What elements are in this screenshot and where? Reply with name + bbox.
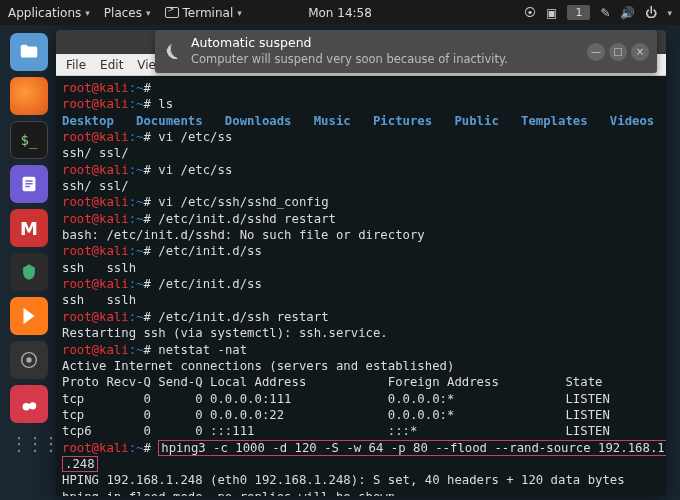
clock[interactable]: Mon 14:58 — [308, 6, 372, 20]
dock-app-metasploit[interactable]: M — [10, 209, 48, 247]
dock-app-text-editor[interactable] — [10, 165, 48, 203]
suspend-icon: ⏾ — [155, 43, 191, 61]
dock-app-burpsuite[interactable] — [10, 297, 48, 335]
volume-icon[interactable]: 🔊 — [620, 6, 635, 20]
workspace-indicator[interactable]: 1 — [567, 5, 590, 20]
menu-file[interactable]: File — [66, 58, 86, 72]
notification-title: Automatic suspend — [191, 35, 587, 52]
svg-rect-1 — [25, 180, 32, 181]
notification-maximize-button[interactable]: □ — [609, 43, 627, 61]
applications-menu[interactable]: Applications▾ — [8, 6, 90, 20]
dock-app-maltego[interactable] — [10, 341, 48, 379]
notification: ⏾ Automatic suspend Computer will suspen… — [155, 30, 657, 73]
svg-rect-2 — [25, 183, 32, 184]
terminal-menu[interactable]: Terminal▾ — [165, 6, 242, 20]
svg-rect-3 — [25, 186, 30, 187]
notification-close-button[interactable]: × — [631, 43, 649, 61]
notification-minimize-button[interactable]: — — [587, 43, 605, 61]
terminal-window: File Edit View root@kali:~# root@kali:~#… — [56, 30, 666, 496]
top-panel: Applications▾ Places▾ Terminal▾ Mon 14:5… — [0, 0, 680, 25]
svg-point-6 — [23, 403, 30, 410]
dock-app-files[interactable] — [10, 33, 48, 71]
dock-app-armitage[interactable] — [10, 253, 48, 291]
record-icon[interactable]: ⦿ — [524, 6, 536, 20]
camera-icon[interactable]: ▣ — [546, 6, 557, 20]
notification-body: Computer will suspend very soon because … — [191, 52, 587, 68]
svg-point-5 — [26, 357, 32, 363]
edit-icon[interactable]: ✎ — [600, 6, 610, 20]
terminal-icon — [165, 7, 179, 18]
svg-point-7 — [29, 402, 36, 409]
power-icon[interactable]: ⏻ — [645, 6, 657, 20]
dock-app-terminal[interactable]: $_ — [10, 121, 48, 159]
dock-app-firefox[interactable] — [10, 77, 48, 115]
dock: $_ M ⋮⋮⋮ — [10, 33, 54, 454]
system-caret-icon[interactable]: ▾ — [667, 8, 672, 18]
terminal-output[interactable]: root@kali:~# root@kali:~# lsDesktop Docu… — [56, 76, 666, 496]
dock-show-apps[interactable]: ⋮⋮⋮ — [10, 429, 54, 454]
places-menu[interactable]: Places▾ — [104, 6, 151, 20]
menu-edit[interactable]: Edit — [100, 58, 123, 72]
dock-app-cherrytree[interactable] — [10, 385, 48, 423]
